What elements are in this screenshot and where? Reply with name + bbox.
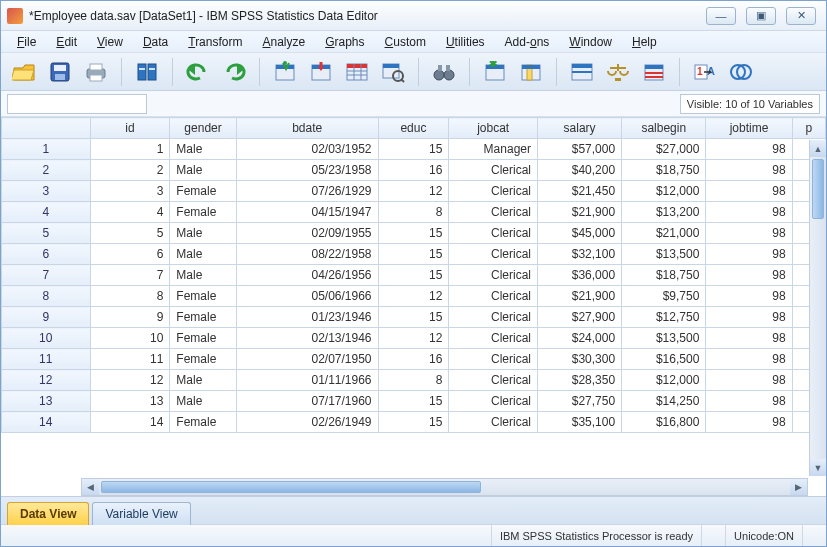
menu-edit[interactable]: Edit (48, 33, 85, 51)
col-educ[interactable]: educ (378, 118, 449, 139)
cell-salbegin[interactable]: $9,750 (622, 286, 706, 307)
cell-gender[interactable]: Female (170, 412, 236, 433)
cell-salbegin[interactable]: $13,200 (622, 202, 706, 223)
row-header[interactable]: 12 (2, 370, 91, 391)
cell-jobtime[interactable]: 98 (706, 244, 792, 265)
cell-bdate[interactable]: 02/13/1946 (236, 328, 378, 349)
cell-gender[interactable]: Male (170, 139, 236, 160)
minimize-button[interactable]: — (706, 7, 736, 25)
row-header[interactable]: 9 (2, 307, 91, 328)
cell-salary[interactable]: $57,000 (537, 139, 621, 160)
row-header[interactable]: 1 (2, 139, 91, 160)
row-header[interactable]: 6 (2, 244, 91, 265)
cell-jobcat[interactable]: Clerical (449, 286, 538, 307)
cell-gender[interactable]: Male (170, 244, 236, 265)
row-header[interactable]: 10 (2, 328, 91, 349)
goto-case-button[interactable] (270, 57, 300, 87)
tab-variable-view[interactable]: Variable View (92, 502, 190, 525)
cell-jobcat[interactable]: Clerical (449, 307, 538, 328)
cell-salbegin[interactable]: $12,000 (622, 181, 706, 202)
cell-id[interactable]: 9 (90, 307, 170, 328)
row-header[interactable]: 13 (2, 391, 91, 412)
cell-jobtime[interactable]: 98 (706, 391, 792, 412)
row-header[interactable]: 4 (2, 202, 91, 223)
cell-bdate[interactable]: 04/26/1956 (236, 265, 378, 286)
table-row[interactable]: 1212Male01/11/19668Clerical$28,350$12,00… (2, 370, 826, 391)
table-row[interactable]: 88Female05/06/196612Clerical$21,900$9,75… (2, 286, 826, 307)
cell-salbegin[interactable]: $13,500 (622, 328, 706, 349)
cell-jobcat[interactable]: Clerical (449, 265, 538, 286)
cell-id[interactable]: 4 (90, 202, 170, 223)
open-file-button[interactable] (9, 57, 39, 87)
cell-jobtime[interactable]: 98 (706, 286, 792, 307)
cell-gender[interactable]: Female (170, 181, 236, 202)
cell-bdate[interactable]: 07/26/1929 (236, 181, 378, 202)
cell-salbegin[interactable]: $12,000 (622, 370, 706, 391)
value-labels-button[interactable]: 1A (690, 57, 720, 87)
cell-jobtime[interactable]: 98 (706, 202, 792, 223)
cell-educ[interactable]: 16 (378, 349, 449, 370)
row-header[interactable]: 14 (2, 412, 91, 433)
cell-educ[interactable]: 12 (378, 181, 449, 202)
cell-id[interactable]: 10 (90, 328, 170, 349)
tab-data-view[interactable]: Data View (7, 502, 89, 525)
corner-cell[interactable] (2, 118, 91, 139)
cell-id[interactable]: 1 (90, 139, 170, 160)
cell-salbegin[interactable]: $13,500 (622, 244, 706, 265)
cell-educ[interactable]: 15 (378, 265, 449, 286)
cell-salbegin[interactable]: $12,750 (622, 307, 706, 328)
cell-salary[interactable]: $30,300 (537, 349, 621, 370)
use-variable-sets-button[interactable] (726, 57, 756, 87)
cell-jobtime[interactable]: 98 (706, 223, 792, 244)
cell-jobtime[interactable]: 98 (706, 412, 792, 433)
cell-salary[interactable]: $45,000 (537, 223, 621, 244)
insert-variable-button[interactable] (516, 57, 546, 87)
col-jobtime[interactable]: jobtime (706, 118, 792, 139)
cell-salary[interactable]: $21,900 (537, 286, 621, 307)
cell-jobtime[interactable]: 98 (706, 160, 792, 181)
cell-reference-box[interactable] (7, 94, 147, 114)
col-salbegin[interactable]: salbegin (622, 118, 706, 139)
cell-jobtime[interactable]: 98 (706, 349, 792, 370)
cell-gender[interactable]: Male (170, 160, 236, 181)
weight-cases-button[interactable] (603, 57, 633, 87)
cell-salary[interactable]: $35,100 (537, 412, 621, 433)
row-header[interactable]: 11 (2, 349, 91, 370)
cell-salary[interactable]: $21,450 (537, 181, 621, 202)
cell-jobcat[interactable]: Clerical (449, 223, 538, 244)
cell-educ[interactable]: 8 (378, 370, 449, 391)
close-button[interactable]: ✕ (786, 7, 816, 25)
row-header[interactable]: 2 (2, 160, 91, 181)
cell-id[interactable]: 7 (90, 265, 170, 286)
cell-jobcat[interactable]: Clerical (449, 160, 538, 181)
split-file-button[interactable] (567, 57, 597, 87)
cell-jobtime[interactable]: 98 (706, 265, 792, 286)
cell-salary[interactable]: $24,000 (537, 328, 621, 349)
cell-bdate[interactable]: 02/09/1955 (236, 223, 378, 244)
row-header[interactable]: 5 (2, 223, 91, 244)
col-salary[interactable]: salary (537, 118, 621, 139)
cell-gender[interactable]: Male (170, 370, 236, 391)
cell-bdate[interactable]: 07/17/1960 (236, 391, 378, 412)
insert-cases-button[interactable]: ✱ (480, 57, 510, 87)
vertical-scrollbar[interactable]: ▲ ▼ (809, 140, 826, 476)
cell-educ[interactable]: 15 (378, 223, 449, 244)
cell-id[interactable]: 11 (90, 349, 170, 370)
cell-gender[interactable]: Male (170, 391, 236, 412)
variables-button[interactable] (342, 57, 372, 87)
scroll-right-button[interactable]: ▶ (790, 479, 807, 495)
cell-salary[interactable]: $36,000 (537, 265, 621, 286)
table-row[interactable]: 1111Female02/07/195016Clerical$30,300$16… (2, 349, 826, 370)
menu-utilities[interactable]: Utilities (438, 33, 493, 51)
scroll-left-button[interactable]: ◀ (82, 479, 99, 495)
cell-gender[interactable]: Male (170, 265, 236, 286)
print-button[interactable] (81, 57, 111, 87)
menu-addons[interactable]: Add-ons (497, 33, 558, 51)
menu-data[interactable]: Data (135, 33, 176, 51)
cell-salbegin[interactable]: $16,500 (622, 349, 706, 370)
menu-view[interactable]: View (89, 33, 131, 51)
cell-salary[interactable]: $27,750 (537, 391, 621, 412)
cell-jobcat[interactable]: Clerical (449, 181, 538, 202)
cell-id[interactable]: 5 (90, 223, 170, 244)
cell-jobtime[interactable]: 98 (706, 139, 792, 160)
